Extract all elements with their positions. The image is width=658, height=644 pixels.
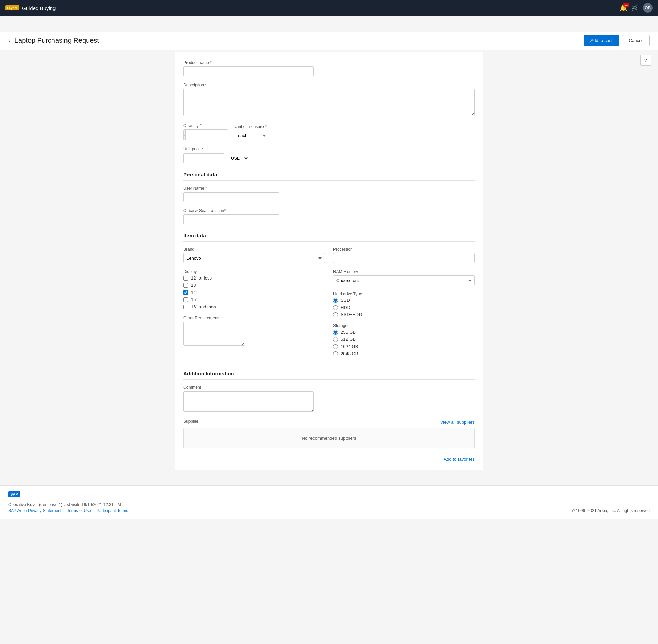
quantity-label: Quantity * <box>183 123 228 128</box>
add-favorites-section: Add to favorites <box>183 454 475 462</box>
other-requirements-input[interactable] <box>183 322 245 346</box>
unit-price-label: Unit price * <box>183 147 475 151</box>
storage-radio-1024[interactable] <box>333 344 338 349</box>
processor-label: Processor <box>333 247 475 252</box>
processor-field: Processor <box>333 247 475 263</box>
notification-badge: 11 <box>623 3 629 7</box>
footer: SAP Operative Buyer (demouser1) last vis… <box>0 485 658 519</box>
supplier-section: Supplier View all suppliers No recommend… <box>183 419 475 448</box>
brand-label: Brand <box>183 247 325 252</box>
ram-memory-select[interactable]: Choose one 4 GB 8 GB 16 GB 32 GB <box>333 275 475 285</box>
comment-field: Comment <box>183 385 475 413</box>
hard-drive-option-ssd-hdd[interactable]: SSD+HDD <box>333 312 475 317</box>
notification-button[interactable]: 🔔 11 <box>620 4 627 12</box>
display-checkbox-12[interactable] <box>183 276 188 281</box>
description-label: Description * <box>183 83 475 87</box>
display-checkbox-14[interactable] <box>183 290 188 295</box>
storage-radio-group: 256 GB 512 GB 1024 GB 2048 GB <box>333 330 475 356</box>
storage-option-2048[interactable]: 2048 GB <box>333 351 475 356</box>
hard-drive-radio-group: SSD HDD SSD+HDD <box>333 298 475 317</box>
display-checkbox-13[interactable] <box>183 283 188 288</box>
footer-logo: SAP <box>8 491 20 497</box>
personal-data-section-header: Personal data <box>183 172 475 181</box>
footer-operative-buyer: Operative Buyer (demouser1) last visited… <box>8 502 128 507</box>
ram-memory-field: RAM Memory Choose one 4 GB 8 GB 16 GB 32… <box>333 269 475 285</box>
office-seat-label: Office & Seat Location* <box>183 208 475 213</box>
supplier-box: No recommended suppliers <box>183 428 475 448</box>
product-name-input[interactable] <box>183 66 314 76</box>
sub-header: ‹ Laptop Purchasing Request Add to cart … <box>0 32 658 50</box>
storage-label: Storage <box>333 323 475 328</box>
item-data-grid: Brand Lenovo Dell HP Apple Asus Display <box>183 247 475 362</box>
comment-label: Comment <box>183 385 475 390</box>
quantity-input[interactable] <box>186 131 228 139</box>
no-suppliers-text: No recommended suppliers <box>302 436 356 441</box>
display-option-15[interactable]: 15" <box>183 297 325 302</box>
quantity-row: Quantity * - + Unit of measure * each bo… <box>183 123 475 140</box>
display-checkbox-group: 12" or less 13" 14" 15" <box>183 275 325 309</box>
description-field: Description * <box>183 83 475 117</box>
cancel-button[interactable]: Cancel <box>622 35 650 46</box>
display-option-14[interactable]: 14" <box>183 290 325 295</box>
product-name-label: Product name * <box>183 60 475 65</box>
supplier-header: Supplier View all suppliers <box>183 419 475 425</box>
brand-select[interactable]: Lenovo Dell HP Apple Asus <box>183 253 325 263</box>
description-input[interactable] <box>183 89 475 116</box>
storage-option-512[interactable]: 512 GB <box>333 337 475 342</box>
office-seat-input[interactable] <box>183 214 279 224</box>
price-row: USD EUR GBP <box>183 153 475 163</box>
processor-input[interactable] <box>333 253 475 263</box>
comment-input[interactable] <box>183 391 314 412</box>
main-content: Laptop Purchasing Request is available f… <box>0 34 658 477</box>
currency-select[interactable]: USD EUR GBP <box>227 153 249 163</box>
cart-button[interactable]: 🛒 <box>631 4 639 12</box>
hard-drive-radio-hdd[interactable] <box>333 305 338 310</box>
quantity-control: - + <box>183 129 228 140</box>
storage-option-256[interactable]: 256 GB <box>333 330 475 335</box>
display-option-12[interactable]: 12" or less <box>183 275 325 281</box>
page-title: Laptop Purchasing Request <box>14 37 99 45</box>
storage-field: Storage 256 GB 512 GB 1024 GB <box>333 323 475 356</box>
footer-links: SAP Ariba Privacy Statement Terms of Use… <box>8 508 128 513</box>
hard-drive-radio-ssd-hdd[interactable] <box>333 312 338 317</box>
add-favorites-button[interactable]: Add to favorites <box>444 457 475 462</box>
back-button[interactable]: ‹ <box>8 37 10 44</box>
view-all-suppliers-button[interactable]: View all suppliers <box>440 420 475 425</box>
item-data-right: Processor RAM Memory Choose one 4 GB 8 G… <box>333 247 475 362</box>
footer-link-privacy[interactable]: SAP Ariba Privacy Statement <box>8 508 61 513</box>
avatar[interactable]: OB <box>643 3 653 13</box>
header-right: 🔔 11 🛒 OB <box>620 3 653 13</box>
ram-memory-label: RAM Memory <box>333 269 475 274</box>
add-to-cart-button[interactable]: Add to cart <box>584 35 619 46</box>
hard-drive-radio-ssd[interactable] <box>333 298 338 303</box>
storage-option-1024[interactable]: 1024 GB <box>333 344 475 349</box>
unit-price-input[interactable] <box>183 153 224 163</box>
app-logo: Layer1 <box>5 5 19 10</box>
display-option-16[interactable]: 16" and more <box>183 304 325 309</box>
help-button[interactable]: ? <box>640 55 651 66</box>
hard-drive-type-label: Hard drive Type <box>333 292 475 296</box>
display-checkbox-16[interactable] <box>183 305 188 309</box>
display-option-13[interactable]: 13" <box>183 283 325 288</box>
unit-of-measure-field: Unit of measure * each box set piece <box>235 124 269 140</box>
hard-drive-option-hdd[interactable]: HDD <box>333 305 475 310</box>
storage-radio-256[interactable] <box>333 330 338 335</box>
footer-link-participant[interactable]: Participant Terms <box>97 508 128 513</box>
storage-radio-2048[interactable] <box>333 351 338 356</box>
unit-of-measure-select[interactable]: each box set piece <box>235 131 269 140</box>
storage-radio-512[interactable] <box>333 337 338 342</box>
footer-link-terms[interactable]: Terms of Use <box>67 508 91 513</box>
office-seat-field: Office & Seat Location* <box>183 208 475 224</box>
user-name-input[interactable] <box>183 192 279 202</box>
display-checkbox-15[interactable] <box>183 297 188 302</box>
brand-field: Brand Lenovo Dell HP Apple Asus <box>183 247 325 263</box>
other-requirements-label: Other Requirements <box>183 315 325 320</box>
footer-bottom: Operative Buyer (demouser1) last visited… <box>8 502 650 513</box>
footer-left: Operative Buyer (demouser1) last visited… <box>8 502 128 513</box>
display-label: Display <box>183 269 325 274</box>
header-left: Layer1 Guided Buying <box>5 5 56 11</box>
supplier-label: Supplier <box>183 419 198 424</box>
product-name-field: Product name * <box>183 60 475 76</box>
other-requirements-field: Other Requirements <box>183 315 325 347</box>
hard-drive-option-ssd[interactable]: SSD <box>333 298 475 303</box>
